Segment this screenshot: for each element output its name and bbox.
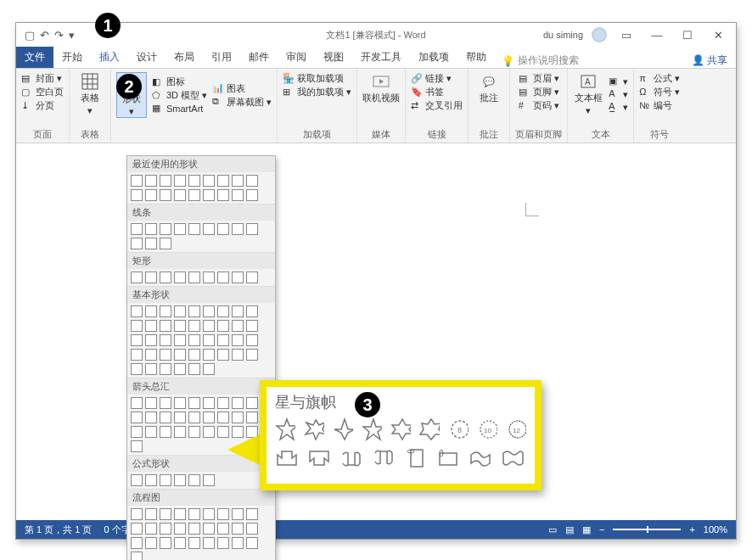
shape-thumb[interactable] — [217, 537, 229, 549]
shape-thumb[interactable] — [232, 223, 244, 235]
tab-layout[interactable]: 布局 — [166, 47, 203, 68]
shape-thumb[interactable] — [246, 397, 258, 409]
table-button[interactable]: 表格▾ — [75, 72, 105, 116]
wave-icon[interactable] — [469, 446, 492, 470]
shape-thumb[interactable] — [188, 397, 200, 409]
link-button[interactable]: 🔗链接 ▾ — [411, 72, 463, 85]
tab-mailings[interactable]: 邮件 — [240, 47, 278, 68]
shape-thumb[interactable] — [174, 223, 186, 235]
shape-thumb[interactable] — [246, 175, 258, 187]
save-icon[interactable]: ▢ — [25, 29, 35, 42]
shape-thumb[interactable] — [188, 523, 200, 535]
shape-thumb[interactable] — [160, 397, 171, 409]
shape-thumb[interactable] — [232, 349, 244, 361]
grid-rects[interactable] — [127, 269, 275, 286]
shape-thumb[interactable] — [174, 349, 186, 361]
shape-thumb[interactable] — [131, 412, 143, 423]
shape-thumb[interactable] — [174, 426, 186, 438]
shape-thumb[interactable] — [145, 175, 157, 187]
shape-thumb[interactable] — [217, 175, 229, 187]
shape-thumb[interactable] — [145, 412, 157, 423]
double-wave-icon[interactable] — [501, 446, 525, 470]
shape-thumb[interactable] — [131, 440, 143, 452]
tell-me-search[interactable]: 💡 操作说明搜索 — [502, 53, 579, 68]
tab-view[interactable]: 视图 — [315, 47, 352, 68]
shape-thumb[interactable] — [145, 334, 157, 346]
quickparts-button[interactable]: ▣▾ — [609, 76, 628, 87]
shape-thumb[interactable] — [188, 189, 200, 201]
star7-icon[interactable] — [419, 417, 440, 441]
textbox-button[interactable]: A 文本框▾ — [573, 72, 603, 116]
comment-button[interactable]: 💬 批注 — [474, 72, 504, 104]
zoom-out-icon[interactable]: − — [599, 524, 604, 535]
shape-thumb[interactable] — [203, 320, 215, 332]
view-web-icon[interactable]: ▦ — [582, 524, 591, 535]
shape-thumb[interactable] — [174, 363, 186, 375]
ribbon-up-icon[interactable] — [307, 446, 331, 470]
shape-thumb[interactable] — [145, 363, 157, 375]
shape-thumb[interactable] — [188, 426, 200, 438]
shape-thumb[interactable] — [145, 320, 157, 332]
shape-thumb[interactable] — [246, 412, 258, 423]
redo-icon[interactable]: ↷ — [54, 29, 64, 42]
shape-thumb[interactable] — [188, 334, 200, 346]
shape-thumb[interactable] — [217, 223, 229, 235]
shape-thumb[interactable] — [174, 537, 186, 549]
shape-thumb[interactable] — [246, 272, 258, 283]
shape-thumb[interactable] — [131, 272, 143, 283]
shape-thumb[interactable] — [232, 523, 244, 535]
shape-thumb[interactable] — [232, 189, 244, 201]
number-button[interactable]: №编号 — [639, 99, 680, 112]
shape-thumb[interactable] — [131, 508, 143, 520]
star10-icon[interactable]: 10 — [477, 417, 497, 441]
star8-icon[interactable]: 8 — [448, 417, 469, 441]
shape-thumb[interactable] — [188, 223, 200, 235]
shape-thumb[interactable] — [145, 189, 157, 201]
shape-thumb[interactable] — [188, 349, 200, 361]
shape-thumb[interactable] — [203, 175, 215, 187]
page-break-button[interactable]: ⤓分页 — [21, 99, 64, 112]
shape-thumb[interactable] — [232, 412, 244, 423]
shape-thumb[interactable] — [131, 552, 143, 560]
shape-thumb[interactable] — [131, 363, 143, 375]
zoom-in-icon[interactable]: + — [689, 524, 694, 535]
tab-file[interactable]: 文件 — [16, 47, 53, 68]
shape-thumb[interactable] — [203, 523, 215, 535]
shape-thumb[interactable] — [174, 474, 186, 486]
shape-thumb[interactable] — [217, 397, 229, 409]
shape-thumb[interactable] — [145, 508, 157, 520]
explosion-icon[interactable] — [304, 417, 324, 441]
shape-thumb[interactable] — [246, 223, 258, 235]
shape-thumb[interactable] — [188, 474, 200, 486]
shape-thumb[interactable] — [131, 397, 143, 409]
shape-thumb[interactable] — [174, 412, 186, 423]
shape-thumb[interactable] — [217, 508, 229, 520]
symbol-button[interactable]: Ω符号 ▾ — [639, 86, 680, 98]
tab-design[interactable]: 设计 — [128, 47, 166, 68]
pagenum-button[interactable]: #页码 ▾ — [519, 99, 559, 112]
ribbon-display-icon[interactable]: ▭ — [615, 29, 637, 42]
shape-thumb[interactable] — [160, 238, 171, 249]
shape-thumb[interactable] — [217, 412, 229, 423]
shape-thumb[interactable] — [188, 305, 200, 317]
shape-thumb[interactable] — [174, 334, 186, 346]
shape-thumb[interactable] — [203, 305, 215, 317]
shape-thumb[interactable] — [217, 349, 229, 361]
shape-thumb[interactable] — [203, 363, 215, 375]
shape-thumb[interactable] — [232, 272, 244, 283]
shape-thumb[interactable] — [188, 272, 200, 283]
shape-thumb[interactable] — [217, 189, 229, 201]
shape-thumb[interactable] — [188, 175, 200, 187]
shape-thumb[interactable] — [232, 508, 244, 520]
scroll-vertical-icon[interactable] — [404, 446, 428, 470]
shape-thumb[interactable] — [131, 189, 143, 201]
shape-thumb[interactable] — [160, 349, 171, 361]
shape-thumb[interactable] — [160, 320, 171, 332]
shape-thumb[interactable] — [160, 426, 171, 438]
shape-thumb[interactable] — [174, 305, 186, 317]
footer-button[interactable]: ▤页脚 ▾ — [519, 86, 559, 98]
shape-thumb[interactable] — [160, 189, 171, 201]
shape-thumb[interactable] — [160, 334, 171, 346]
dropcap-button[interactable]: A̲▾ — [609, 101, 628, 113]
tab-developer[interactable]: 开发工具 — [352, 47, 410, 68]
